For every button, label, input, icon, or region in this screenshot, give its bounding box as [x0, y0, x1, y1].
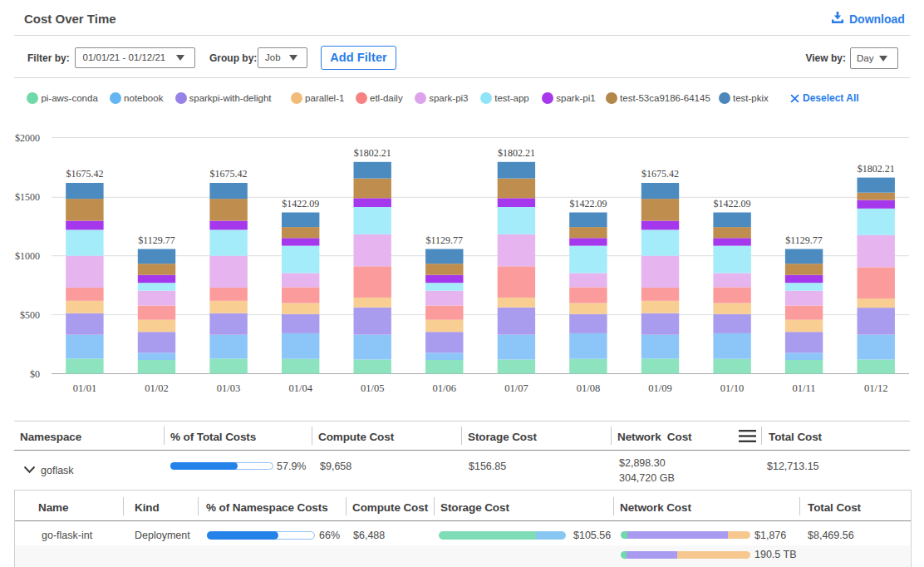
svg-text:01/05: 01/05 — [361, 382, 384, 394]
svg-text:$1129.77: $1129.77 — [426, 234, 464, 246]
svg-text:$1000: $1000 — [15, 250, 40, 262]
svg-text:01/11: 01/11 — [793, 382, 816, 394]
svg-text:01/03: 01/03 — [217, 382, 240, 394]
svg-text:$1422.09: $1422.09 — [282, 198, 319, 210]
svg-text:$1500: $1500 — [15, 191, 40, 203]
svg-text:$1675.42: $1675.42 — [641, 168, 679, 180]
svg-text:$1129.77: $1129.77 — [785, 234, 823, 246]
svg-text:$1675.42: $1675.42 — [210, 168, 248, 180]
svg-text:$1675.42: $1675.42 — [66, 168, 104, 180]
svg-text:$1129.77: $1129.77 — [138, 234, 175, 246]
svg-text:$1422.09: $1422.09 — [714, 198, 751, 210]
svg-text:$2000: $2000 — [15, 132, 40, 144]
svg-text:$1802.21: $1802.21 — [498, 147, 535, 159]
svg-text:01/06: 01/06 — [433, 382, 456, 394]
svg-text:01/10: 01/10 — [720, 382, 744, 394]
svg-text:01/08: 01/08 — [577, 382, 600, 394]
svg-text:$1802.21: $1802.21 — [354, 147, 391, 159]
svg-text:01/01: 01/01 — [73, 382, 96, 394]
svg-text:$1802.21: $1802.21 — [858, 163, 895, 175]
svg-text:01/07: 01/07 — [504, 382, 528, 394]
svg-text:$0: $0 — [30, 368, 40, 380]
svg-text:01/09: 01/09 — [648, 382, 671, 394]
svg-text:$500: $500 — [20, 309, 40, 321]
svg-text:01/04: 01/04 — [288, 382, 312, 394]
svg-text:$1422.09: $1422.09 — [569, 198, 607, 210]
svg-text:01/02: 01/02 — [145, 382, 168, 394]
svg-text:01/12: 01/12 — [864, 382, 887, 394]
